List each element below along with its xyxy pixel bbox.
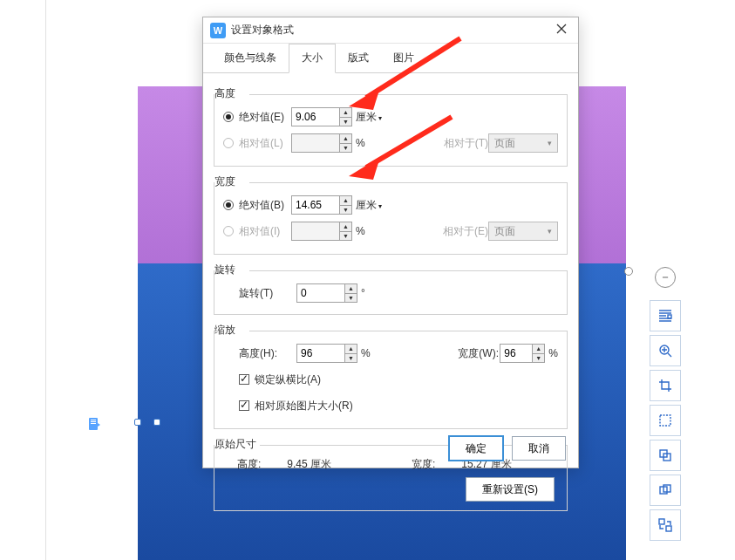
width-rel-to-label: 相对于(E) (443, 224, 488, 239)
height-group: 高度 绝对值(E) ▲▼ 厘米 相对值(L) ▲▼ % 相对于(T) (214, 94, 568, 167)
width-rel-label: 相对值(I) (239, 224, 291, 239)
replace-tool[interactable] (650, 509, 681, 541)
height-rel-input (292, 134, 339, 152)
spin-down-icon[interactable]: ▼ (340, 118, 351, 126)
spin-up-icon[interactable]: ▲ (345, 345, 357, 354)
scale-w-label: 宽度(W): (458, 346, 500, 361)
dialog-footer: 确定 取消 (449, 436, 566, 461)
height-abs-label: 绝对值(E) (239, 110, 291, 125)
cancel-button[interactable]: 取消 (512, 436, 566, 461)
ok-button[interactable]: 确定 (449, 436, 503, 461)
width-legend: 宽度 (214, 174, 239, 189)
tab-layout[interactable]: 版式 (336, 44, 381, 72)
height-rel-to-label: 相对于(T) (444, 136, 488, 151)
rotate-legend: 旋转 (214, 263, 239, 277)
svg-rect-6 (660, 415, 670, 426)
height-rel-to-select: 页面 (488, 133, 558, 153)
width-abs-label: 绝对值(B) (239, 198, 291, 213)
relative-original-checkbox[interactable] (239, 400, 249, 411)
rotate-input[interactable] (297, 284, 344, 302)
svg-rect-3 (91, 423, 96, 424)
crop-tool[interactable] (650, 370, 681, 401)
tab-picture[interactable]: 图片 (381, 44, 426, 72)
svg-rect-12 (666, 526, 671, 531)
document-icon (87, 417, 101, 431)
group-tool[interactable] (650, 475, 681, 506)
dialog-tabs: 颜色与线条 大小 版式 图片 (203, 44, 578, 73)
height-rel-label: 相对值(L) (239, 136, 291, 151)
selection-handle[interactable] (134, 419, 141, 426)
spin-up-icon[interactable]: ▲ (533, 345, 544, 354)
close-button[interactable] (552, 24, 571, 37)
width-rel-spinner: ▲▼ (291, 222, 352, 241)
zoom-tool[interactable] (650, 335, 681, 366)
scale-h-unit: % (361, 347, 371, 359)
svg-rect-11 (659, 519, 664, 524)
rotate-group: 旋转 旋转(T) ▲▼ ° (214, 270, 568, 315)
width-rel-unit: % (356, 225, 365, 237)
original-legend: 原始尺寸 (214, 437, 260, 452)
width-abs-unit[interactable]: 厘米 (356, 198, 382, 213)
scale-h-label: 高度(H): (239, 346, 296, 361)
orig-h-label: 高度: (237, 457, 261, 472)
rotation-handle[interactable] (624, 267, 633, 276)
scale-h-input[interactable] (297, 345, 344, 362)
app-logo-icon: W (210, 23, 226, 38)
lock-aspect-label: 锁定纵横比(A) (255, 372, 321, 387)
right-toolbar: － (648, 262, 683, 543)
minus-circle-button[interactable]: － (655, 267, 676, 288)
spin-down-icon: ▼ (340, 144, 351, 153)
width-abs-input[interactable] (292, 196, 339, 214)
height-rel-radio[interactable] (223, 138, 234, 148)
rotate-spinner[interactable]: ▲▼ (296, 283, 357, 303)
height-abs-unit[interactable]: 厘米 (356, 110, 382, 125)
spin-up-icon: ▲ (340, 134, 351, 144)
spin-down-icon[interactable]: ▼ (345, 294, 357, 303)
orig-w-label: 宽度: (412, 457, 435, 472)
scale-w-input[interactable] (500, 345, 532, 362)
width-rel-to-value: 页面 (494, 224, 515, 239)
reset-button[interactable]: 重新设置(S) (466, 477, 555, 502)
height-legend: 高度 (214, 86, 239, 101)
scale-w-unit: % (548, 347, 558, 359)
spin-down-icon[interactable]: ▼ (533, 354, 544, 363)
spin-down-icon[interactable]: ▼ (345, 354, 357, 363)
height-rel-spinner: ▲▼ (291, 133, 352, 153)
width-abs-spinner[interactable]: ▲▼ (291, 195, 352, 215)
relative-original-label: 相对原始图片大小(R) (255, 399, 353, 413)
selection-handle[interactable] (153, 419, 160, 426)
orig-h-value: 9.45 厘米 (287, 457, 331, 472)
width-rel-to-select: 页面 (488, 222, 558, 241)
format-object-dialog: W 设置对象格式 颜色与线条 大小 版式 图片 高度 绝对值(E) ▲▼ 厘米 … (202, 17, 579, 468)
height-rel-to-value: 页面 (494, 136, 515, 151)
dialog-title: 设置对象格式 (231, 23, 552, 38)
spin-down-icon[interactable]: ▼ (340, 206, 351, 215)
svg-rect-2 (91, 421, 96, 422)
height-rel-unit: % (356, 137, 365, 149)
scale-group: 缩放 高度(H): ▲▼ % 宽度(W): ▲▼ % 锁定纵横比(A) (214, 331, 568, 429)
width-rel-radio[interactable] (223, 226, 234, 236)
select-tool[interactable] (650, 405, 681, 436)
arrange-tool[interactable] (650, 440, 681, 471)
svg-rect-4 (668, 315, 671, 318)
tab-color[interactable]: 颜色与线条 (212, 44, 289, 72)
scale-h-spinner[interactable]: ▲▼ (296, 344, 357, 363)
spin-up-icon[interactable]: ▲ (340, 108, 351, 118)
text-wrap-tool[interactable] (650, 300, 681, 331)
height-abs-spinner[interactable]: ▲▼ (291, 107, 352, 126)
spin-up-icon[interactable]: ▲ (340, 196, 351, 206)
width-rel-input (292, 222, 339, 240)
spin-up-icon[interactable]: ▲ (345, 284, 357, 294)
spin-up-icon: ▲ (340, 222, 351, 232)
lock-aspect-checkbox[interactable] (239, 374, 249, 385)
width-abs-radio[interactable] (223, 200, 234, 210)
tab-size[interactable]: 大小 (289, 44, 336, 73)
dialog-titlebar: W 设置对象格式 (203, 17, 578, 44)
svg-rect-1 (91, 420, 96, 420)
height-abs-input[interactable] (292, 108, 339, 126)
rotate-label: 旋转(T) (239, 286, 296, 301)
spin-down-icon: ▼ (340, 232, 351, 241)
scale-legend: 缩放 (214, 323, 239, 338)
height-abs-radio[interactable] (223, 112, 234, 122)
scale-w-spinner[interactable]: ▲▼ (500, 344, 545, 363)
